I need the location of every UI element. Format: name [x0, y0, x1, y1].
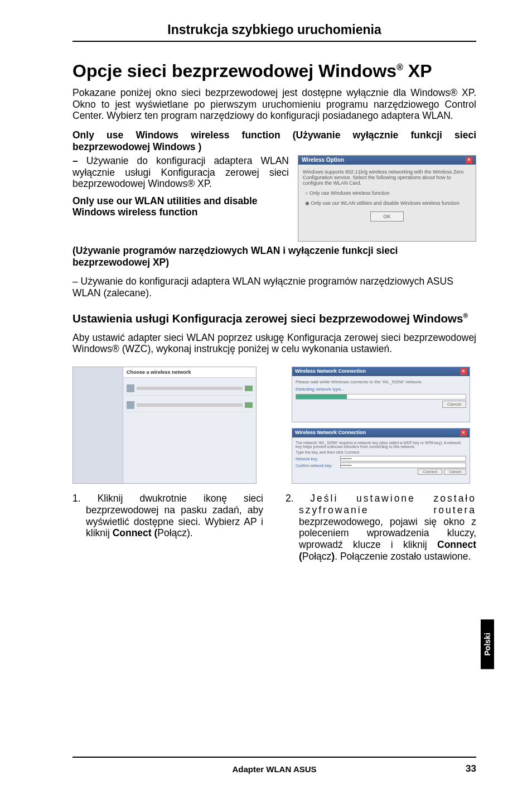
option2-title-a: Only use our WLAN utilities and disable …	[72, 195, 289, 218]
cancel-button[interactable]: Cancel	[442, 401, 466, 408]
screenshot-connect-dialogs: Wireless Network Connection× Please wait…	[292, 367, 470, 484]
wireless-option-dialog: Wireless Option × Windows supports 802.1…	[298, 155, 476, 242]
step1-bold: Connect (	[113, 527, 158, 538]
close-icon[interactable]: ×	[460, 430, 467, 436]
dialog-title-text: Wireless Option	[302, 157, 344, 163]
h2-text: Ustawienia usługi Konfiguracja zerowej s…	[72, 312, 463, 325]
footer-title: Adapter WLAN ASUS	[72, 764, 476, 774]
step2-text: 2. Jeśli ustawione zostało szyfrowanie r…	[286, 493, 476, 562]
step2-num: 2.	[286, 493, 310, 504]
language-tab: Polski	[481, 619, 494, 669]
option1-body: – Używanie do konfiguracji adaptera WLAN…	[72, 155, 289, 190]
dialog-radio2[interactable]: ◉ Only use our WLAN utilities and disabl…	[303, 200, 471, 206]
step1-b: Połącz).	[157, 527, 192, 538]
header-title: Instrukcja szybkiego uruchomienia	[167, 22, 381, 37]
page-footer: Adapter WLAN ASUS 33	[72, 757, 476, 774]
option1-title: Only use Windows wireless function (Używ…	[72, 129, 476, 153]
option1-text: Używanie do konfiguracji adaptera WLAN w…	[72, 155, 289, 189]
step2-a-wide2: szyfrowanie routera	[299, 504, 476, 516]
option1-dash: –	[72, 155, 86, 166]
h2-body: Aby ustawić adapter sieci WLAN poprzez u…	[72, 332, 476, 354]
screenshot-connecting: Wireless Network Connection× Please wait…	[292, 367, 470, 422]
connect-button[interactable]: Connect	[418, 469, 442, 475]
dialog-desc: Windows supports 802.11b/g wireless netw…	[303, 169, 471, 186]
h1-reg: ®	[396, 62, 403, 72]
h1-suffix: XP	[403, 61, 432, 81]
option2-body: – Używanie do konfiguracji adaptera WLAN…	[72, 276, 476, 299]
screenshot-key-entry: Wireless Network Connection× The network…	[292, 428, 470, 484]
step1-num: 1.	[72, 493, 98, 504]
network-key-input[interactable]: ••••••••	[340, 456, 466, 461]
step1-text: 1. Kliknij dwukrotnie ikonę sieci bezprz…	[72, 493, 263, 539]
screenshot-choose-network: Choose a wireless network	[72, 367, 257, 484]
confirm-key-input[interactable]: ••••••••	[340, 463, 466, 468]
sub-heading: Ustawienia usługi Konfiguracja zerowej s…	[72, 311, 476, 326]
dialog-radio1[interactable]: ○ Only use Windows wireless function	[303, 190, 471, 196]
main-heading: Opcje sieci bezprzewodowej Windows® XP	[72, 61, 476, 81]
step2-mid: Połącz	[302, 551, 332, 562]
page-number: 33	[466, 763, 476, 774]
step2-b: . Połączenie zostało ustawione.	[335, 551, 471, 562]
h2-reg: ®	[463, 312, 468, 320]
close-icon[interactable]: ×	[460, 368, 467, 375]
close-icon[interactable]: ×	[466, 157, 472, 163]
page-header: Instrukcja szybkiego uruchomienia	[72, 22, 476, 42]
cancel-button[interactable]: Cancel	[444, 469, 466, 475]
shot-left-title: Choose a wireless network	[123, 367, 256, 378]
step2-a-wide: Jeśli ustawione zostało	[310, 493, 476, 504]
option2-title-b: (Używanie programów narzędziowych WLAN i…	[72, 245, 476, 268]
dialog-ok-button[interactable]: OK	[370, 211, 404, 222]
h1-prefix: Opcje sieci bezprzewodowej Windows	[72, 61, 396, 81]
intro-paragraph: Pokazane poniżej okno sieci bezprzewodow…	[72, 87, 476, 122]
